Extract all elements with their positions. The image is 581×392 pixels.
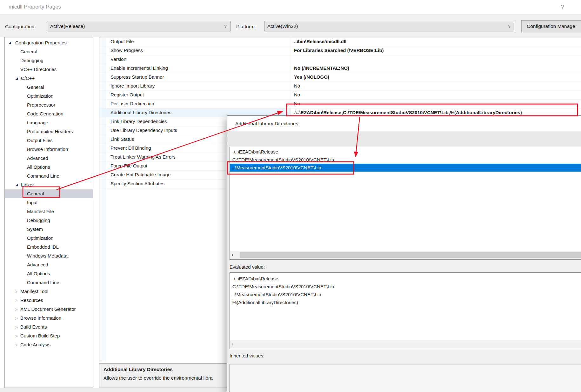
property-value[interactable]: No (291, 82, 581, 90)
expander-closed-icon[interactable]: ▷ (15, 340, 17, 349)
expander-closed-icon[interactable]: ▷ (15, 323, 17, 331)
property-name[interactable]: Output File (99, 37, 291, 46)
property-name[interactable]: Ignore Import Library (99, 82, 291, 90)
expander-open-icon[interactable]: ◢ (16, 74, 18, 83)
sidebar-item-system[interactable]: System (5, 225, 93, 234)
property-row-register-output: Register OutputNo (99, 91, 581, 100)
property-name[interactable]: Show Progress (99, 46, 291, 55)
property-value[interactable]: ..\bin\Release/micdll.dll (291, 37, 581, 46)
sidebar-item-linker-debugging[interactable]: Debugging (5, 216, 93, 225)
inherited-values-label: Inherited values: (230, 353, 264, 358)
evaluated-line: ..\MeasurementStudioVS2010\VCNET\Lib (230, 291, 581, 298)
platform-dropdown-value: Active(Win32) (267, 21, 298, 31)
window-titlebar: micdll Property Pages ? (0, 0, 581, 14)
expander-open-icon[interactable]: ◢ (16, 180, 18, 189)
sidebar-item-browse-information[interactable]: Browse Information (5, 145, 93, 154)
sidebar-item-linker[interactable]: ◢Linker (5, 180, 93, 189)
sidebar-item-browse-information-2[interactable]: ▷Browse Information (5, 314, 93, 323)
sidebar-item-c-cpp-general[interactable]: General (5, 83, 93, 92)
sidebar-item-windows-metadata[interactable]: Windows Metadata (5, 252, 93, 260)
list-item[interactable]: .\..\EZAD\bin\Release (230, 148, 581, 156)
expander-closed-icon[interactable]: ▷ (15, 287, 17, 296)
list-item-selected[interactable]: ..\MeasurementStudioVS2010\VCNET\Lib (230, 164, 581, 172)
expander-closed-icon[interactable]: ▷ (15, 331, 17, 340)
property-value[interactable]: Yes (/NOLOGO) (291, 73, 581, 82)
expander-closed-icon[interactable]: ▷ (15, 314, 17, 323)
horizontal-scrollbar[interactable]: ‹ (230, 251, 581, 259)
sidebar-item-linker-general[interactable]: General (5, 189, 93, 198)
sidebar-item-c-cpp-all-options[interactable]: All Options (5, 163, 93, 172)
configuration-label: Configuration: (5, 21, 36, 32)
property-name[interactable]: Register Output (99, 91, 291, 99)
directories-list: .\..\EZAD\bin\Release C:\TDE\Measurement… (230, 147, 581, 260)
expander-closed-icon[interactable]: ▷ (15, 296, 17, 305)
sidebar-item-manifest-tool[interactable]: ▷Manifest Tool (5, 287, 93, 296)
sidebar-item-linker-advanced[interactable]: Advanced (5, 260, 93, 269)
configuration-bar: Configuration: Active(Release) ∨ Platfor… (0, 14, 581, 37)
property-row-ignore-import-library: Ignore Import LibraryNo (99, 82, 581, 91)
sidebar-item-c-cpp-optimization[interactable]: Optimization (5, 92, 93, 101)
sidebar-item-linker-all-options[interactable]: All Options (5, 269, 93, 278)
scrollbar-thumb[interactable] (240, 252, 581, 258)
sidebar-item-output-files[interactable]: Output Files (5, 136, 93, 145)
property-value[interactable]: No (291, 91, 581, 99)
property-row-per-user-redirection: Per-user RedirectionNo (99, 100, 581, 108)
platform-label: Platform: (236, 21, 256, 32)
sidebar-item-language[interactable]: Language (5, 118, 93, 127)
sidebar-item-code-generation[interactable]: Code Generation (5, 109, 93, 118)
description-text: Allows the user to override the environm… (104, 375, 213, 381)
sidebar-item-preprocessor[interactable]: Preprocessor (5, 101, 93, 109)
expander-open-icon[interactable]: ◢ (9, 38, 11, 47)
sidebar-item-c-cpp-advanced[interactable]: Advanced (5, 154, 93, 163)
property-name[interactable]: Enable Incremental Linking (99, 64, 291, 73)
property-row-version: Version (99, 55, 581, 64)
chevron-down-icon: ∨ (508, 21, 511, 31)
sidebar-item-configuration-properties[interactable]: ◢Configuration Properties (5, 38, 93, 47)
sidebar-item-build-events[interactable]: ▷Build Events (5, 323, 93, 331)
property-value[interactable]: No (/INCREMENTAL:NO) (291, 64, 581, 73)
dialog-toolbar-band (227, 131, 581, 147)
help-icon[interactable]: ? (561, 0, 564, 14)
property-name[interactable]: Version (99, 55, 291, 64)
property-pages-window: micdll Property Pages ? Configuration: A… (0, 0, 581, 392)
configuration-manager-button[interactable]: Configuration Manage (521, 20, 581, 32)
configuration-tree: ◢Configuration Properties General Debugg… (4, 37, 93, 388)
additional-library-directories-dialog: Additional Library Directories .\..\EZAD… (227, 115, 581, 392)
sidebar-item-linker-optimization[interactable]: Optimization (5, 234, 93, 243)
sidebar-item-embedded-idl[interactable]: Embedded IDL (5, 243, 93, 252)
sidebar-item-c-cpp[interactable]: ◢C/C++ (5, 74, 93, 83)
evaluated-line: %(AdditionalLibraryDirectories) (230, 298, 581, 306)
sidebar-item-vc-directories[interactable]: VC++ Directories (5, 65, 93, 74)
evaluated-line: C:\TDE\MeasurementStudioVS2010\VCNET\Lib (230, 283, 581, 291)
property-name[interactable]: Suppress Startup Banner (99, 73, 291, 82)
property-value[interactable] (291, 55, 581, 64)
configuration-dropdown-value: Active(Release) (50, 21, 85, 31)
sidebar-item-general[interactable]: General (5, 47, 93, 56)
sidebar-item-debugging[interactable]: Debugging (5, 56, 93, 65)
scroll-left-icon: ‹ (231, 340, 233, 348)
sidebar-item-precompiled-headers[interactable]: Precompiled Headers (5, 127, 93, 136)
property-value[interactable]: For Libraries Searched (/VERBOSE:Lib) (291, 46, 581, 55)
dialog-titlebar: Additional Library Directories (227, 116, 581, 131)
chevron-down-icon: ∨ (224, 21, 227, 31)
sidebar-item-custom-build-step[interactable]: ▷Custom Build Step (5, 331, 93, 340)
scroll-left-icon[interactable]: ‹ (231, 251, 233, 258)
property-value[interactable]: No (291, 100, 581, 108)
horizontal-scrollbar-disabled[interactable]: ‹ (230, 340, 581, 349)
expander-closed-icon[interactable]: ▷ (15, 305, 17, 314)
inherited-values-box (230, 364, 581, 392)
property-name[interactable]: Per-user Redirection (99, 100, 291, 108)
window-title: micdll Property Pages (9, 0, 61, 14)
configuration-dropdown[interactable]: Active(Release) ∨ (47, 21, 230, 31)
sidebar-item-c-cpp-command-line[interactable]: Command Line (5, 172, 93, 180)
sidebar-item-linker-command-line[interactable]: Command Line (5, 278, 93, 287)
sidebar-item-xml-document-generator[interactable]: ▷XML Document Generator (5, 305, 93, 314)
sidebar-item-code-analysis[interactable]: ▷Code Analysis (5, 340, 93, 349)
sidebar-item-resources[interactable]: ▷Resources (5, 296, 93, 305)
property-row-output-file: Output File..\bin\Release/micdll.dll (99, 37, 581, 46)
description-title: Additional Library Directories (104, 367, 173, 372)
platform-dropdown[interactable]: Active(Win32) ∨ (264, 21, 514, 31)
sidebar-item-manifest-file[interactable]: Manifest File (5, 207, 93, 216)
sidebar-item-linker-input[interactable]: Input (5, 198, 93, 207)
list-item[interactable]: C:\TDE\MeasurementStudioVS2010\VCNET\Lib (230, 156, 581, 164)
